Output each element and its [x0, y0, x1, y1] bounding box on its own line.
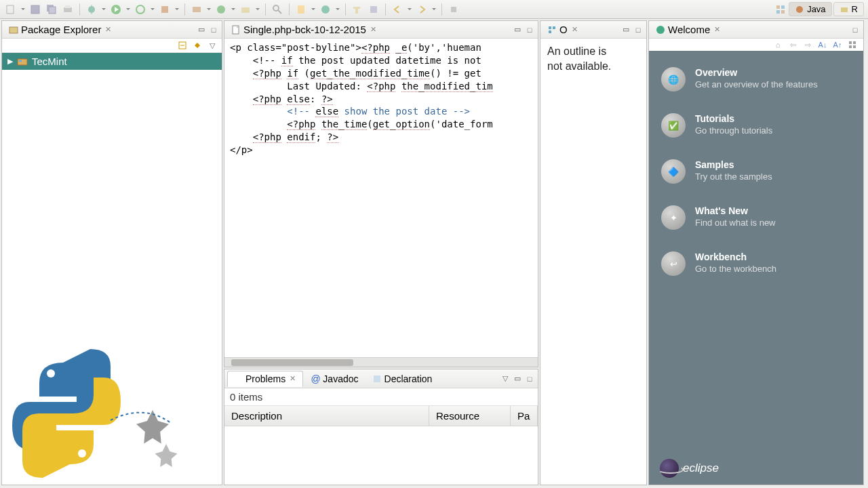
svg-rect-41 [853, 41, 856, 44]
tab-problems[interactable]: Problems ✕ [227, 371, 303, 387]
new-package-icon[interactable] [190, 3, 203, 16]
maximize-icon[interactable]: □ [633, 24, 644, 35]
svg-point-32 [47, 369, 55, 378]
bottom-panel: Problems ✕ @ Javadoc Declaration ▽ ▭ □ [224, 369, 538, 485]
welcome-item-title: Overview [695, 67, 851, 78]
svg-rect-26 [841, 7, 848, 12]
run-dropdown[interactable] [125, 3, 131, 16]
maximize-icon[interactable]: □ [208, 24, 219, 35]
project-icon [17, 57, 28, 66]
annotation-dd[interactable] [335, 3, 340, 16]
col-resource[interactable]: Resource [429, 406, 511, 426]
collapse-all-icon[interactable] [177, 40, 188, 51]
run-last-dropdown[interactable] [150, 3, 155, 16]
expand-arrow-icon[interactable]: ▶ [7, 57, 13, 66]
svg-rect-3 [49, 7, 56, 14]
col-description[interactable]: Description [224, 406, 429, 426]
view-menu-icon[interactable]: ▽ [500, 373, 511, 384]
project-tree-item[interactable]: ▶ TecMint [2, 53, 222, 70]
minimize-icon[interactable]: ▭ [512, 24, 523, 35]
open-type-icon[interactable] [351, 3, 364, 16]
minimize-icon[interactable]: ▭ [512, 373, 523, 384]
welcome-item-what-s-new[interactable]: ✦What's NewFind out what is new [649, 195, 863, 241]
toggle-mark-icon[interactable] [294, 3, 308, 16]
ext-tools-icon[interactable] [158, 3, 172, 16]
welcome-icon [656, 25, 665, 35]
font-inc-icon[interactable]: A↑ [832, 40, 843, 49]
font-dec-icon[interactable]: A↓ [817, 40, 828, 49]
close-icon[interactable]: ✕ [713, 25, 722, 34]
perspective-java[interactable]: Java [789, 2, 831, 16]
close-icon[interactable]: ✕ [570, 25, 579, 34]
annotation-icon[interactable] [319, 3, 332, 16]
close-icon[interactable]: ✕ [288, 374, 297, 383]
perspective-r[interactable]: R [833, 2, 864, 16]
svg-rect-22 [781, 5, 785, 9]
maximize-icon[interactable]: □ [524, 24, 535, 35]
svg-line-16 [278, 10, 281, 14]
save-icon[interactable] [28, 3, 42, 16]
link-editor-icon[interactable] [192, 40, 203, 51]
back-icon[interactable] [391, 3, 404, 16]
open-perspective-icon[interactable] [774, 3, 787, 16]
close-icon[interactable]: ✕ [104, 25, 113, 34]
tab-declaration-label: Declaration [384, 373, 433, 384]
new-folder-icon[interactable] [239, 3, 252, 16]
col-path[interactable]: Pa [511, 406, 538, 426]
customize-icon[interactable] [847, 40, 858, 49]
nav-back-icon[interactable]: ⇦ [787, 40, 798, 49]
tab-declaration[interactable]: Declaration [366, 371, 439, 387]
open-task-icon[interactable] [367, 3, 380, 16]
debug-dropdown[interactable] [101, 3, 106, 16]
declaration-icon [372, 374, 382, 384]
tab-javadoc[interactable]: @ Javadoc [304, 371, 364, 387]
new-class-icon[interactable] [214, 3, 228, 16]
welcome-item-icon: ✅ [661, 113, 686, 138]
new-class-dropdown[interactable] [231, 3, 236, 16]
outline-message-l1: An outline is [547, 44, 639, 59]
maximize-icon[interactable]: □ [524, 373, 535, 384]
welcome-item-workbench[interactable]: ↩WorkbenchGo to the workbench [649, 241, 863, 287]
new-dropdown[interactable] [20, 3, 26, 16]
print-icon[interactable] [61, 3, 75, 16]
run-last-icon[interactable] [134, 3, 147, 16]
maximize-icon[interactable]: □ [850, 24, 861, 35]
editor-tab-title: Single.php-bck-10-12-2015 [243, 24, 366, 35]
home-icon[interactable]: ⌂ [772, 40, 783, 49]
svg-rect-1 [31, 5, 39, 14]
horizontal-scrollbar[interactable] [224, 357, 538, 367]
welcome-item-overview[interactable]: 🌐OverviewGet an overview of the features [649, 56, 863, 102]
svg-rect-40 [849, 41, 852, 44]
minimize-icon[interactable]: ▭ [196, 24, 207, 35]
ext-tools-dropdown[interactable] [174, 3, 180, 16]
save-all-icon[interactable] [45, 3, 58, 16]
svg-rect-35 [374, 375, 380, 382]
nav-fwd-icon[interactable]: ⇨ [802, 40, 813, 49]
pin-icon[interactable] [447, 3, 460, 16]
search-icon[interactable] [271, 3, 284, 16]
new-icon[interactable] [4, 3, 18, 16]
editor-text-area[interactable]: <p class="post-byline"><?php _e('by','hu… [224, 39, 538, 357]
toggle-mark-dd[interactable] [311, 3, 316, 16]
welcome-item-title: Tutorials [695, 113, 851, 124]
welcome-nav-toolbar: ⌂ ⇦ ⇨ A↓ A↑ [649, 39, 863, 51]
run-icon[interactable] [109, 3, 123, 16]
welcome-item-icon: 🌐 [661, 67, 686, 92]
perspective-r-label: R [852, 4, 858, 14]
svg-point-39 [656, 26, 665, 34]
welcome-item-tutorials[interactable]: ✅TutorialsGo through tutorials [649, 102, 863, 148]
new-folder-dropdown[interactable] [255, 3, 260, 16]
debug-icon[interactable] [85, 3, 98, 16]
new-package-dropdown[interactable] [206, 3, 212, 16]
back-dd[interactable] [407, 3, 412, 16]
forward-dd[interactable] [431, 3, 437, 16]
forward-icon[interactable] [415, 3, 429, 16]
close-icon[interactable]: ✕ [369, 25, 378, 34]
minimize-icon[interactable]: ▭ [620, 24, 631, 35]
outline-view: O ✕ ▭ □ An outline is not available. [540, 20, 647, 485]
svg-point-6 [88, 6, 95, 13]
svg-rect-20 [451, 7, 456, 12]
view-menu-icon[interactable]: ▽ [207, 40, 218, 51]
welcome-item-title: Workbench [695, 251, 851, 262]
welcome-item-samples[interactable]: 🔷SamplesTry out the samples [649, 148, 863, 195]
